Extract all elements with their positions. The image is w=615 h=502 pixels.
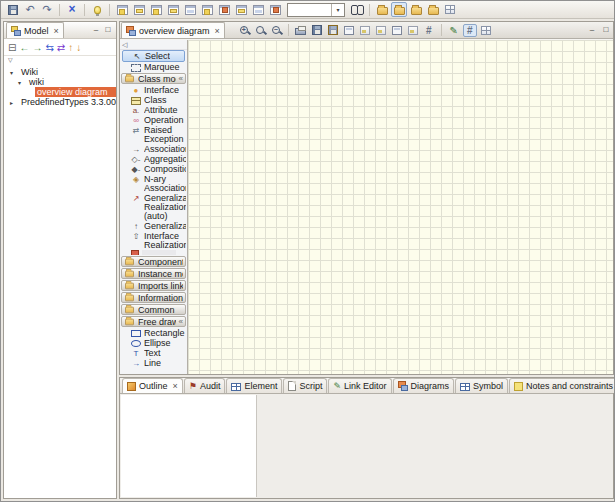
save-diagram-button[interactable]	[310, 24, 324, 37]
edit-style-button[interactable]: ✎	[447, 24, 461, 37]
palette-item-line[interactable]: →Line	[120, 358, 187, 368]
close-icon[interactable]: ×	[215, 26, 220, 36]
view-button-3[interactable]	[148, 2, 164, 17]
tab-element[interactable]: Element	[226, 378, 282, 393]
tab-outline[interactable]: Outline ×	[122, 378, 183, 393]
table-view-button[interactable]	[442, 2, 458, 17]
palette-section-instance-model[interactable]: Instance model	[121, 268, 186, 279]
close-icon[interactable]: ×	[173, 381, 178, 391]
view-button-10[interactable]	[267, 2, 283, 17]
view-button-1[interactable]	[114, 2, 130, 17]
tree-item-wiki-package[interactable]: ▾ wiki	[14, 77, 116, 87]
collapse-chevron-icon[interactable]: «	[179, 317, 183, 326]
palette-item-class[interactable]: Class	[120, 95, 187, 105]
show-grid-button[interactable]: #	[422, 24, 436, 37]
zoom-out-button[interactable]: −	[269, 24, 283, 37]
move-down-icon[interactable]: ↓	[76, 42, 81, 53]
minimize-icon[interactable]: –	[586, 25, 598, 36]
palette-item-raised-exception[interactable]: ⇄Raised Exception	[120, 125, 187, 144]
tab-link-editor[interactable]: ✎ Link Editor	[328, 378, 391, 393]
palette-collapse-icon[interactable]: ◁	[120, 41, 187, 50]
tab-script[interactable]: Script	[283, 378, 327, 393]
folder-button-1[interactable]	[374, 2, 390, 17]
outline-content[interactable]	[121, 395, 257, 497]
tip-button[interactable]	[89, 2, 105, 17]
selection-frame-button[interactable]	[342, 24, 356, 37]
minimize-icon[interactable]: –	[90, 25, 102, 36]
close-icon[interactable]: ×	[54, 26, 59, 36]
palette-section-component-mo-[interactable]: Component mo...	[121, 256, 186, 267]
move-up-icon[interactable]: ↑	[68, 42, 73, 53]
expand-arrow-icon[interactable]: ▾	[10, 69, 19, 76]
tab-symbol[interactable]: Symbol	[455, 378, 508, 393]
next-link-icon[interactable]: ⇄	[57, 42, 65, 53]
undo-button[interactable]: ↶	[22, 2, 38, 17]
view-menu-icon[interactable]: ▽	[4, 56, 116, 65]
zoom-in-button[interactable]: +	[237, 24, 251, 37]
expand-arrow-icon[interactable]: ▾	[18, 79, 27, 86]
palette-item-marquee[interactable]: Marquee	[120, 62, 187, 72]
save-button[interactable]	[5, 2, 21, 17]
palette-item-generalization-realization-auto[interactable]: ↗Generalizatio... Realization (auto)	[120, 193, 187, 221]
window-view-icon	[117, 5, 128, 15]
folder-button-4[interactable]	[425, 2, 441, 17]
palette-item-rectangle[interactable]: Rectangle	[120, 328, 187, 338]
tab-notes-and-constraints[interactable]: Notes and constraints	[509, 378, 615, 393]
expand-arrow-icon[interactable]: ▸	[10, 99, 19, 106]
collapse-all-icon[interactable]: ⊟	[8, 42, 16, 53]
snap-to-grid-button[interactable]: #	[463, 24, 477, 37]
search-button[interactable]	[349, 2, 365, 17]
export-image-button[interactable]	[326, 24, 340, 37]
view-button-9[interactable]	[250, 2, 266, 17]
palette-item-aggregation[interactable]: ◇-Aggregation	[120, 154, 187, 164]
tree-item-predefined-types[interactable]: ▸ PredefinedTypes 3.3.00	[6, 97, 116, 107]
view-button-2[interactable]	[131, 2, 147, 17]
diagram-tool-button-1[interactable]	[358, 24, 372, 37]
view-button-4[interactable]	[165, 2, 181, 17]
view-button-6[interactable]	[199, 2, 215, 17]
tab-audit[interactable]: ⚑ Audit	[184, 378, 226, 393]
configuration-button[interactable]: ×	[64, 2, 80, 17]
palette-item-generalization[interactable]: ↑Generalization	[120, 221, 187, 231]
palette-section-free-drawing[interactable]: Free drawing«	[121, 316, 186, 327]
page-layout-button[interactable]	[479, 24, 493, 37]
editor-tab-overview-diagram[interactable]: overview diagram ×	[121, 22, 225, 38]
view-button-7[interactable]	[216, 2, 232, 17]
view-button-8[interactable]	[233, 2, 249, 17]
view-button-5[interactable]	[182, 2, 198, 17]
tree-item-overview-diagram[interactable]: overview diagram	[22, 87, 116, 97]
search-combo[interactable]: ▾	[287, 3, 345, 17]
collapse-chevron-icon[interactable]: «	[179, 74, 183, 83]
palette-section-information-flo-[interactable]: Information Flo...	[121, 292, 186, 303]
palette-item-association[interactable]: →Association	[120, 144, 187, 154]
redo-button[interactable]: ↷	[39, 2, 55, 17]
maximize-icon[interactable]: □	[600, 25, 612, 36]
palette-section-common[interactable]: Common	[121, 304, 186, 315]
back-icon[interactable]: ←	[19, 42, 29, 53]
palette-item-ellipse[interactable]: Ellipse	[120, 338, 187, 348]
diagram-tool-button-2[interactable]	[374, 24, 388, 37]
diagram-tool-button-3[interactable]	[390, 24, 404, 37]
palette-item-operation[interactable]: ∞Operation	[120, 115, 187, 125]
zoom-original-button[interactable]	[253, 24, 267, 37]
palette-item-composition[interactable]: ◆-Composition	[120, 164, 187, 174]
palette-section-class-model[interactable]: Class model«	[121, 73, 186, 84]
forward-icon[interactable]: →	[32, 42, 42, 53]
maximize-icon[interactable]: □	[102, 25, 114, 36]
palette-item-nary-association[interactable]: ◈N-ary Association	[120, 174, 187, 193]
diagram-canvas[interactable]	[188, 40, 613, 374]
folder-button-3[interactable]	[408, 2, 424, 17]
previous-link-icon[interactable]: ⇆	[45, 42, 53, 53]
print-button[interactable]	[294, 24, 308, 37]
palette-section-imports-links[interactable]: Imports links	[121, 280, 186, 291]
diagram-tool-button-4[interactable]	[406, 24, 420, 37]
palette-item-text[interactable]: TText	[120, 348, 187, 358]
tree-item-wiki-project[interactable]: ▾ Wiki	[6, 67, 116, 77]
palette-item-interface-realization[interactable]: ⇧Interface Realization	[120, 231, 187, 250]
folder-button-2[interactable]	[391, 2, 407, 17]
palette-item-select[interactable]: ↖Select	[122, 50, 185, 62]
palette-item-interface[interactable]: ●Interface	[120, 85, 187, 95]
tab-diagrams[interactable]: Diagrams	[393, 378, 455, 393]
model-view-tab[interactable]: Model ×	[6, 22, 64, 38]
palette-item-attribute[interactable]: a.Attribute	[120, 105, 187, 115]
